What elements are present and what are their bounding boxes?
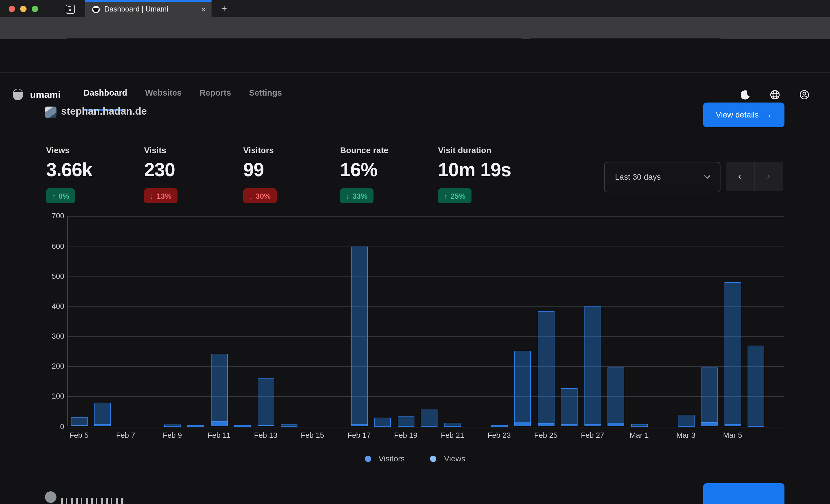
legend-item-views[interactable]: Views <box>430 454 466 463</box>
visitors-bar[interactable] <box>677 425 694 427</box>
views-bar[interactable] <box>677 415 694 427</box>
views-bar[interactable] <box>421 410 438 427</box>
view-details-button[interactable]: View details → <box>703 102 785 127</box>
theme-moon-icon[interactable] <box>741 90 751 99</box>
new-tab-button[interactable]: + <box>221 3 227 14</box>
visitors-bar[interactable] <box>397 425 414 427</box>
views-bar[interactable] <box>257 378 274 427</box>
x-axis-tick: Feb 17 <box>342 431 376 439</box>
views-bar[interactable] <box>724 282 741 427</box>
visitors-bar[interactable] <box>701 422 717 427</box>
browser-tab-bar: Dashboard | Umami × + <box>0 0 830 17</box>
visitors-bar[interactable] <box>561 424 578 427</box>
visitors-bar[interactable] <box>71 425 87 427</box>
legend-item-visitors[interactable]: Visitors <box>364 454 405 463</box>
x-axis-tick: Feb 15 <box>295 431 330 439</box>
y-axis-tick: 400 <box>41 302 64 311</box>
views-bar[interactable] <box>351 246 368 427</box>
visitors-bar[interactable] <box>94 424 111 427</box>
arrow-up-icon: ↑ <box>444 192 448 200</box>
main-nav: Dashboard Websites Reports Settings <box>84 88 282 107</box>
visitors-bar[interactable] <box>234 425 251 427</box>
arrow-down-icon: ↓ <box>249 192 253 200</box>
profile-icon[interactable] <box>799 90 809 99</box>
views-bar[interactable] <box>561 388 578 427</box>
visitors-bar[interactable] <box>187 425 204 427</box>
x-axis-tick: Mar 5 <box>715 431 750 439</box>
visitors-bar[interactable] <box>211 421 227 427</box>
date-range-select[interactable]: Last 30 days <box>604 162 721 192</box>
tab-overview-icon[interactable] <box>66 5 75 14</box>
views-bar[interactable] <box>397 417 414 427</box>
visitors-bar[interactable] <box>538 424 554 427</box>
metric-change-badge: ↓ 13% <box>144 188 177 203</box>
chevron-down-icon <box>704 174 711 179</box>
y-axis-tick: 200 <box>41 362 64 371</box>
nav-websites[interactable]: Websites <box>145 88 182 107</box>
visitors-bar[interactable] <box>584 424 601 427</box>
visitors-bar[interactable] <box>281 425 297 427</box>
prev-period-button[interactable]: ‹ <box>725 162 754 191</box>
visitors-bar[interactable] <box>514 422 531 427</box>
visitors-bar[interactable] <box>374 425 391 427</box>
next-period-button[interactable]: › <box>754 162 783 191</box>
y-axis-line <box>67 216 68 427</box>
tab-close-icon[interactable]: × <box>201 5 206 14</box>
date-range-label: Last 30 days <box>615 172 704 181</box>
site-title: stephan.hadan.de <box>61 105 147 117</box>
legend-label: Views <box>444 454 466 463</box>
visitors-bar[interactable] <box>421 425 438 427</box>
visitors-legend-dot <box>364 455 371 462</box>
visitors-bar[interactable] <box>724 424 741 427</box>
nav-reports[interactable]: Reports <box>199 88 231 107</box>
visitors-bar[interactable] <box>164 425 181 427</box>
app-header: umami Dashboard Websites Reports Setting… <box>0 39 830 72</box>
x-axis-tick: Feb 19 <box>388 431 423 439</box>
minimize-window-button[interactable] <box>20 6 27 12</box>
x-axis-tick: Mar 1 <box>622 431 657 439</box>
y-axis-tick: 700 <box>41 212 64 221</box>
x-axis-tick: Feb 5 <box>62 431 96 439</box>
metric-value: 230 <box>144 159 175 181</box>
nav-dashboard[interactable]: Dashboard <box>84 88 127 107</box>
arrow-right-icon: → <box>764 110 772 119</box>
gridline <box>67 246 784 247</box>
views-bar[interactable] <box>701 368 717 427</box>
browser-tab[interactable]: Dashboard | Umami × <box>85 1 212 17</box>
views-bar[interactable] <box>747 345 764 427</box>
close-window-button[interactable] <box>9 6 15 12</box>
visitors-bar[interactable] <box>747 425 764 427</box>
metric-label: Visitors <box>243 146 274 155</box>
metric-change-badge: ↑ 25% <box>438 188 471 203</box>
screen: Dashboard | Umami × + ← → ⟳ ☆ Suchen <box>0 0 830 504</box>
site-favicon <box>45 106 57 118</box>
visitors-bar[interactable] <box>608 423 624 427</box>
visitors-bar[interactable] <box>491 425 508 427</box>
zoom-window-button[interactable] <box>32 6 38 12</box>
views-bar[interactable] <box>584 306 601 427</box>
metric-change-value: 0% <box>59 192 69 200</box>
metric-value: 16% <box>340 159 377 181</box>
views-bar[interactable] <box>514 350 531 427</box>
visitors-bar[interactable] <box>631 425 647 427</box>
gridline <box>67 336 784 337</box>
view-details-button[interactable] <box>703 483 785 504</box>
x-axis-tick: Feb 21 <box>435 431 470 439</box>
language-globe-icon[interactable] <box>770 90 780 99</box>
view-details-label: View details <box>716 110 759 119</box>
arrow-down-icon: ↓ <box>346 192 350 200</box>
metric-label: Bounce rate <box>340 146 388 155</box>
views-bar[interactable] <box>538 311 554 427</box>
visitors-bar[interactable] <box>444 425 461 427</box>
x-axis-tick: Feb 9 <box>155 431 190 439</box>
visitors-bar[interactable] <box>351 424 368 427</box>
visitors-bar[interactable] <box>257 425 274 427</box>
gridline <box>67 397 784 397</box>
umami-logo-icon <box>13 89 23 100</box>
views-bar[interactable] <box>608 368 624 427</box>
metric-change-value: 33% <box>352 192 368 200</box>
views-bar[interactable] <box>211 354 227 427</box>
x-axis-tick: Feb 27 <box>575 431 610 439</box>
nav-settings[interactable]: Settings <box>249 88 282 107</box>
views-bar[interactable] <box>94 403 111 427</box>
